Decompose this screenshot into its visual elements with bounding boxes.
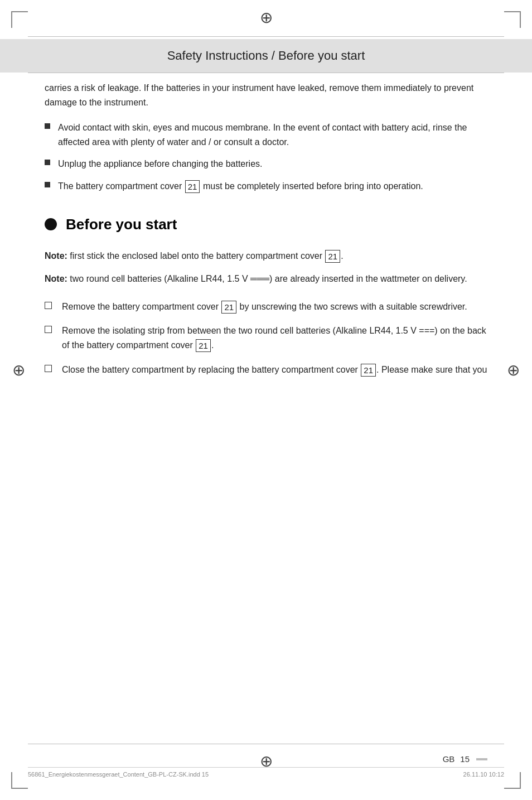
footer-file-info: 56861_Energiekostenmessgeraet_Content_GB… xyxy=(28,767,504,778)
corner-mark-br xyxy=(504,772,521,789)
language-code: GB xyxy=(443,754,455,764)
crosshair-top: ⊕ xyxy=(260,10,273,26)
bullet-list: Avoid contact with skin, eyes and mucous… xyxy=(45,121,487,193)
ref-21-cb1: 21 xyxy=(221,301,236,314)
note-1-text: first stick the enclosed label onto the … xyxy=(67,251,325,261)
header-band: Safety Instructions / Before you start xyxy=(0,39,532,73)
list-item-text: The battery compartment cover 21 must be… xyxy=(58,179,423,194)
footer-filename: 56861_Energiekostenmessgeraet_Content_GB… xyxy=(28,771,209,778)
header-bottom-rule xyxy=(28,73,504,73)
section-dot-icon xyxy=(45,218,57,230)
bullet-icon xyxy=(45,182,50,187)
note-2: Note: two round cell batteries (Alkaline… xyxy=(45,272,487,286)
section-heading: Before you start xyxy=(45,216,487,233)
checkbox-item: Close the battery compartment by replaci… xyxy=(45,363,487,377)
list-item: The battery compartment cover 21 must be… xyxy=(45,179,487,194)
checkbox-icon xyxy=(45,326,52,333)
crosshair-right: ⊕ xyxy=(507,363,520,378)
intro-paragraph: carries a risk of leakage. If the batter… xyxy=(45,81,487,109)
note-2-label: Note: xyxy=(45,274,67,283)
checkbox-list: Remove the battery compartment cover 21 … xyxy=(45,300,487,377)
list-item: Unplug the appliance before changing the… xyxy=(45,157,487,171)
checkbox-icon xyxy=(45,302,52,309)
ref-21-cb2: 21 xyxy=(196,339,211,352)
list-item-text: Avoid contact with skin, eyes and mucous… xyxy=(58,121,487,149)
ref-21: 21 xyxy=(185,180,200,193)
page-number: 15 xyxy=(460,754,470,764)
checkbox-item: Remove the battery compartment cover 21 … xyxy=(45,300,487,314)
list-item: Avoid contact with skin, eyes and mucous… xyxy=(45,121,487,149)
crosshair-left: ⊕ xyxy=(12,363,25,378)
checkbox-item-text: Remove the battery compartment cover 21 … xyxy=(62,300,467,314)
page-number-box xyxy=(476,758,487,760)
checkbox-item-text: Remove the isolating strip from between … xyxy=(62,324,487,352)
corner-mark-tl xyxy=(11,11,28,28)
corner-mark-tr xyxy=(504,11,521,28)
footer-date: 26.11.10 10:12 xyxy=(463,771,504,778)
ref-21-note1: 21 xyxy=(325,250,340,263)
main-content: carries a risk of leakage. If the batter… xyxy=(45,81,487,387)
checkbox-icon xyxy=(45,365,52,372)
bullet-icon xyxy=(45,123,50,129)
bottom-rule xyxy=(28,744,504,744)
note-2-text: two round cell batteries (Alkaline LR44,… xyxy=(67,274,467,283)
checkbox-item-text: Close the battery compartment by replaci… xyxy=(62,363,487,377)
note-1: Note: first stick the enclosed label ont… xyxy=(45,249,487,263)
header-top-rule xyxy=(28,36,504,37)
corner-mark-bl xyxy=(11,772,28,789)
checkbox-item: Remove the isolating strip from between … xyxy=(45,324,487,352)
note-1-label: Note: xyxy=(45,251,67,261)
bullet-icon xyxy=(45,160,50,165)
ref-21-cb3: 21 xyxy=(361,364,376,377)
note-1-period: . xyxy=(341,251,343,261)
page-footer: GB 15 xyxy=(45,754,487,764)
section-title: Before you start xyxy=(66,216,177,233)
page-title: Safety Instructions / Before you start xyxy=(167,49,365,63)
list-item-text: Unplug the appliance before changing the… xyxy=(58,157,262,171)
